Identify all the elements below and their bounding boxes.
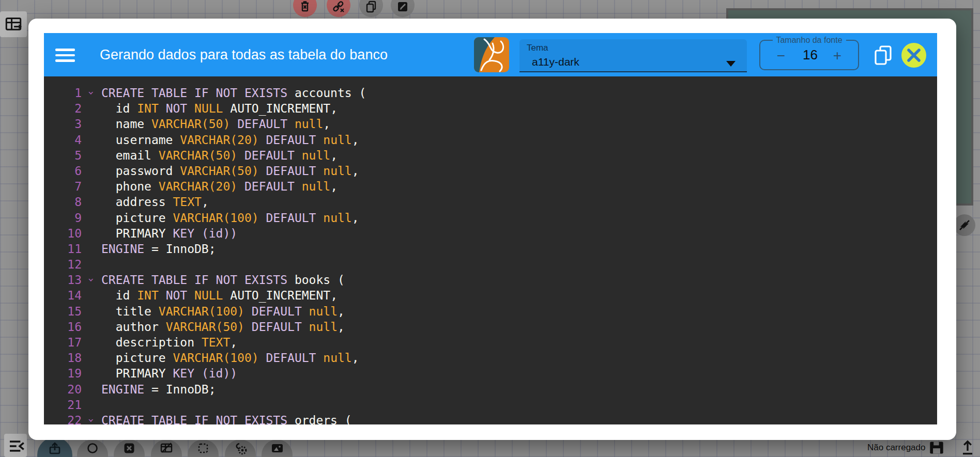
- share-upload-icon[interactable]: [960, 438, 975, 455]
- modal-inner: Gerando dados para todas as tabela do ba…: [44, 33, 937, 424]
- line-number: 18: [44, 350, 82, 366]
- code-text: CREATE TABLE IF NOT EXISTS orders (: [101, 413, 352, 424]
- export-button[interactable]: [37, 437, 72, 457]
- code-line: 1›CREATE TABLE IF NOT EXISTS accounts (: [44, 85, 937, 101]
- code-text: id INT NOT NULL AUTO_INCREMENT,: [101, 101, 338, 116]
- collapse-view-icon: [958, 219, 971, 231]
- menu-icon[interactable]: [55, 49, 75, 62]
- code-text: title VARCHAR(100) DEFAULT null,: [101, 304, 345, 319]
- code-line: 20ENGINE = InnoDB;: [44, 382, 937, 397]
- code-text: picture VARCHAR(100) DEFAULT null,: [101, 210, 359, 226]
- code-line: 16 author VARCHAR(50) DEFAULT null,: [44, 319, 937, 335]
- code-line: 6 password VARCHAR(50) DEFAULT null,: [44, 163, 937, 179]
- code-line: 15 title VARCHAR(100) DEFAULT null,: [44, 304, 937, 319]
- line-number: 5: [44, 148, 82, 163]
- code-line: 5 email VARCHAR(50) DEFAULT null,: [44, 148, 937, 163]
- code-line: 3 name VARCHAR(50) DEFAULT null,: [44, 116, 937, 132]
- code-text: name VARCHAR(50) DEFAULT null,: [101, 116, 330, 132]
- code-text: PRIMARY KEY (id)): [101, 366, 237, 381]
- code-line: 2 id INT NOT NULL AUTO_INCREMENT,: [44, 101, 937, 116]
- delete-relationship-button[interactable]: [327, 0, 350, 17]
- close-panel-button[interactable]: [114, 439, 145, 457]
- font-size-label: Tamanho da fonte: [772, 36, 846, 45]
- line-number: 15: [44, 304, 82, 319]
- code-text: CREATE TABLE IF NOT EXISTS accounts (: [101, 85, 366, 101]
- modal-title: Gerando dados para todas as tabela do ba…: [100, 33, 388, 76]
- code-line: 7 phone VARCHAR(20) DEFAULT null,: [44, 179, 937, 194]
- theme-select-value: a11y-dark: [532, 56, 579, 68]
- copy-code-button[interactable]: [874, 45, 893, 65]
- code-text: password VARCHAR(50) DEFAULT null,: [101, 163, 359, 179]
- code-line: 9 picture VARCHAR(100) DEFAULT null,: [44, 210, 937, 226]
- code-text: description TEXT,: [101, 335, 237, 350]
- mysql-logo: [474, 37, 509, 72]
- dropdown-arrow-icon: [726, 61, 736, 67]
- settings-gear-icon: [234, 442, 247, 455]
- save-floppy-icon[interactable]: [929, 440, 944, 455]
- line-number: 2: [44, 101, 82, 116]
- code-modal: Gerando dados para todas as tabela do ba…: [28, 19, 956, 440]
- edit-note-icon: [396, 0, 409, 13]
- code-lines: 1›CREATE TABLE IF NOT EXISTS accounts (2…: [44, 85, 937, 424]
- code-line: 4 username VARCHAR(20) DEFAULT null,: [44, 132, 937, 148]
- line-number: 7: [44, 179, 82, 194]
- code-line: 10 PRIMARY KEY (id)): [44, 226, 937, 241]
- collapse-sidebar-icon[interactable]: [8, 439, 26, 453]
- close-button[interactable]: [901, 43, 926, 68]
- font-size-fieldset: Tamanho da fonte − 16 +: [759, 40, 859, 70]
- line-number: 17: [44, 335, 82, 350]
- settings-button[interactable]: [225, 439, 256, 457]
- edit-table-icon: [160, 442, 173, 455]
- code-text: author VARCHAR(50) DEFAULT null,: [101, 319, 345, 335]
- line-number: 14: [44, 288, 82, 303]
- modal-header: Gerando dados para todas as tabela do ba…: [44, 33, 937, 76]
- code-area[interactable]: 1›CREATE TABLE IF NOT EXISTS accounts (2…: [44, 76, 937, 424]
- line-number: 20: [44, 382, 82, 397]
- image-icon: [270, 442, 284, 455]
- loading-button[interactable]: [77, 439, 108, 457]
- code-line: 21: [44, 397, 937, 413]
- code-text: picture VARCHAR(100) DEFAULT null,: [101, 350, 359, 366]
- delete-table-button[interactable]: [293, 0, 317, 17]
- close-square-icon: [122, 442, 136, 455]
- line-number: 13: [44, 272, 82, 288]
- font-size-increase-button[interactable]: +: [827, 46, 848, 67]
- line-number: 22: [44, 413, 82, 424]
- code-line: 8 address TEXT,: [44, 194, 937, 210]
- export-up-icon: [48, 442, 62, 455]
- app-root: Não carregado Gerando dados para todas a…: [0, 0, 980, 457]
- multiselect-button[interactable]: [188, 439, 219, 457]
- edit-button[interactable]: [391, 0, 415, 17]
- code-line: 17 description TEXT,: [44, 335, 937, 350]
- status-text: Não carregado: [867, 443, 925, 453]
- theme-select[interactable]: Tema a11y-dark: [519, 39, 747, 72]
- table-export-icon: [5, 16, 22, 33]
- code-text: CREATE TABLE IF NOT EXISTS books (: [101, 272, 345, 288]
- code-text: id INT NOT NULL AUTO_INCREMENT,: [101, 288, 338, 303]
- fold-chevron-icon[interactable]: ›: [84, 411, 99, 424]
- code-line: 13›CREATE TABLE IF NOT EXISTS books (: [44, 272, 937, 288]
- code-text: PRIMARY KEY (id)): [101, 226, 237, 241]
- add-table-button[interactable]: [0, 11, 27, 37]
- code-text: ENGINE = InnoDB;: [101, 241, 216, 257]
- line-number: 21: [44, 397, 82, 413]
- code-line: 19 PRIMARY KEY (id)): [44, 366, 937, 381]
- copy-icon: [874, 45, 893, 65]
- multiselect-icon: [196, 442, 210, 455]
- line-number: 3: [44, 116, 82, 132]
- code-text: username VARCHAR(20) DEFAULT null,: [101, 132, 359, 148]
- edit-table-button[interactable]: [151, 439, 182, 457]
- line-number: 4: [44, 132, 82, 148]
- line-number: 9: [44, 210, 82, 226]
- line-number: 1: [44, 85, 82, 101]
- collapse-view-button[interactable]: [954, 214, 975, 236]
- image-export-button[interactable]: [262, 439, 293, 457]
- code-line: 14 id INT NOT NULL AUTO_INCREMENT,: [44, 288, 937, 303]
- code-text: email VARCHAR(50) DEFAULT null,: [101, 148, 338, 163]
- duplicate-button[interactable]: [359, 0, 383, 17]
- code-text: ENGINE = InnoDB;: [101, 382, 216, 397]
- duplicate-icon: [364, 0, 378, 13]
- code-line: 18 picture VARCHAR(100) DEFAULT null,: [44, 350, 937, 366]
- line-number: 8: [44, 194, 82, 210]
- theme-select-label: Tema: [527, 43, 548, 53]
